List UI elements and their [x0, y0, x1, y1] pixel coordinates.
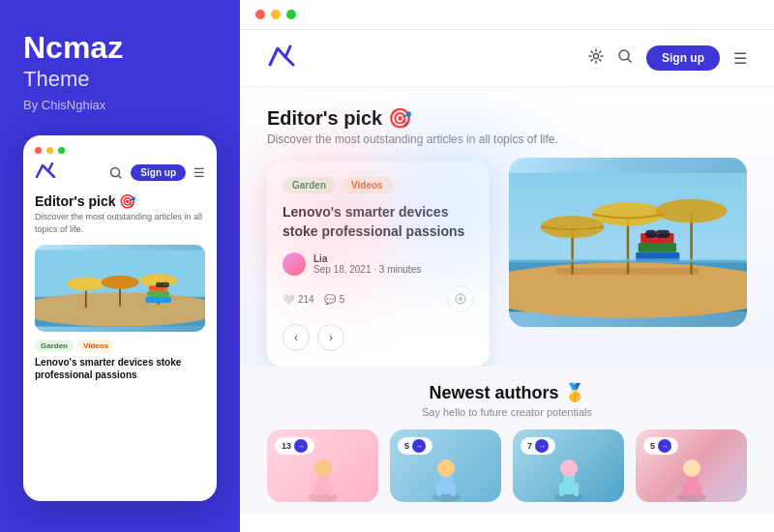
dot-2: [46, 147, 53, 154]
comments-stat: 💬 5: [324, 294, 345, 305]
likes-count: 214: [298, 294, 314, 305]
phone-tag-garden: Garden: [35, 340, 74, 352]
phone-mockup: Sign up ☰ Editor's pick 🎯 Discover the m…: [23, 135, 217, 501]
browser-dot-green[interactable]: [286, 10, 296, 19]
website-content: Sign up ☰ Editor's pick 🎯 Discover the m…: [240, 30, 774, 532]
site-nav: Sign up ☰: [240, 30, 774, 87]
card-tags: Garden Videos: [283, 177, 474, 193]
svg-rect-30: [639, 243, 676, 252]
phone-editors-heading: Editor's pick 🎯: [35, 193, 205, 209]
site-nav-right: Sign up ☰: [588, 45, 747, 71]
likes-stat: 🤍 214: [283, 294, 314, 305]
dot-1: [35, 147, 42, 154]
svg-rect-55: [682, 483, 687, 496]
sidebar: Ncmaz Theme By ChisNghiax Sign up: [0, 0, 240, 532]
editors-title: Editor's pick 🎯: [267, 106, 747, 130]
card-nav-arrows: ‹ ›: [283, 324, 474, 351]
author-avatar: [283, 252, 306, 276]
phone-tag-videos: Videos: [77, 340, 114, 352]
editors-section: Editor's pick 🎯 Discover the most outsta…: [240, 87, 774, 367]
tag-garden[interactable]: Garden: [283, 177, 336, 193]
article-area: Garden Videos Lenovo's smarter devices s…: [267, 162, 747, 367]
menu-icon[interactable]: ☰: [733, 49, 747, 68]
badge-arrow-3: →: [535, 439, 549, 453]
phone-nav-right: Sign up ☰: [109, 164, 205, 181]
editors-desc: Discover the most outstanding articles i…: [267, 133, 747, 146]
svg-point-54: [683, 459, 700, 477]
hamburger-icon[interactable]: ☰: [194, 165, 205, 180]
phone-subtext: Discover the most outstanding articles i…: [35, 211, 205, 235]
svg-rect-50: [559, 483, 564, 496]
article-main-image: [509, 158, 747, 327]
prev-arrow[interactable]: ‹: [283, 324, 310, 351]
sidebar-brand: Ncmaz Theme By ChisNghiax: [23, 31, 217, 112]
next-arrow[interactable]: ›: [317, 324, 344, 351]
brand-by: By ChisNghiax: [23, 98, 217, 112]
search-icon[interactable]: [617, 48, 633, 68]
author-card-2[interactable]: 5 →: [390, 429, 501, 502]
svg-point-44: [437, 459, 455, 477]
phone-signup-button[interactable]: Sign up: [131, 164, 186, 181]
save-button[interactable]: [447, 285, 474, 312]
svg-rect-11: [147, 291, 169, 297]
heart-icon: 🤍: [283, 294, 294, 305]
svg-rect-46: [451, 483, 456, 496]
svg-rect-10: [145, 297, 170, 303]
author-name: Lia: [313, 253, 421, 264]
brand-subtitle: Theme: [23, 67, 217, 92]
search-icon[interactable]: [109, 166, 123, 180]
main-content: Sign up ☰ Editor's pick 🎯 Discover the m…: [240, 0, 774, 532]
author-cards: 13 → 5 →: [267, 429, 747, 502]
comments-count: 5: [340, 294, 345, 305]
dot-3: [58, 147, 65, 154]
settings-icon[interactable]: [588, 48, 604, 68]
author-card-1[interactable]: 13 →: [267, 429, 378, 502]
newest-desc: Say hello to future creator potentials: [267, 406, 747, 418]
phone-article-image: [35, 245, 205, 332]
signup-button[interactable]: Sign up: [646, 45, 720, 71]
svg-point-28: [656, 199, 728, 223]
svg-point-7: [102, 276, 139, 289]
svg-rect-41: [328, 483, 333, 496]
author-card-3[interactable]: 7 →: [513, 429, 624, 502]
svg-point-26: [541, 216, 605, 238]
card-author: Lia Sep 18, 2021 · 3 minutes: [283, 252, 474, 276]
tag-videos[interactable]: Videos: [342, 177, 393, 193]
svg-point-27: [592, 202, 664, 226]
svg-rect-36: [509, 258, 747, 262]
comment-icon: 💬: [324, 294, 336, 305]
badge-arrow-2: →: [412, 439, 426, 453]
browser-dot-red[interactable]: [255, 10, 265, 19]
author-card-4[interactable]: 5 →: [636, 429, 747, 502]
phone-card-tags: Garden Videos: [35, 340, 205, 352]
badge-arrow-4: →: [658, 439, 671, 453]
svg-rect-14: [156, 282, 163, 287]
svg-point-39: [314, 459, 332, 477]
card-actions: 🤍 214 💬 5: [283, 285, 474, 312]
svg-rect-56: [697, 483, 701, 496]
card-article-title: Lenovo's smarter devices stoke professio…: [283, 203, 474, 241]
card-stats: 🤍 214 💬 5: [283, 294, 344, 305]
site-logo: [267, 44, 296, 73]
browser-dot-yellow[interactable]: [271, 10, 281, 19]
newest-section: Newest authors 🥇 Say hello to future cre…: [240, 367, 774, 514]
browser-chrome: [240, 0, 774, 30]
newest-title: Newest authors 🥇: [267, 382, 747, 403]
svg-point-5: [67, 278, 104, 291]
svg-point-49: [560, 459, 578, 477]
svg-rect-33: [645, 230, 656, 238]
svg-point-16: [594, 54, 599, 59]
phone-logo: [35, 162, 56, 184]
svg-rect-40: [313, 483, 318, 496]
phone-article-title: Lenovo's smarter devices stoke professio…: [35, 356, 205, 381]
svg-rect-45: [436, 483, 441, 496]
article-card: Garden Videos Lenovo's smarter devices s…: [267, 162, 490, 367]
brand-title: Ncmaz: [23, 31, 217, 65]
author-info: Lia Sep 18, 2021 · 3 minutes: [313, 253, 421, 275]
phone-nav: Sign up ☰: [35, 162, 205, 184]
phone-dots: [35, 147, 205, 154]
author-date: Sep 18, 2021 · 3 minutes: [313, 264, 421, 275]
svg-rect-51: [574, 483, 579, 496]
